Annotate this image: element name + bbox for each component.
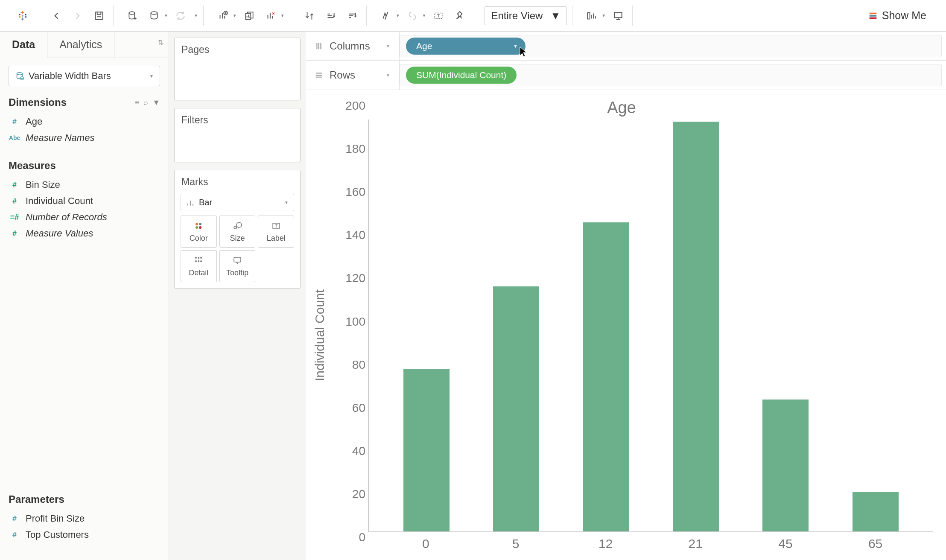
main-toolbar: ▼ ▼ ▼ ▼ ▼ ▼ T Entire View — [0, 0, 946, 32]
columns-icon — [314, 41, 324, 51]
pin-icon[interactable] — [451, 7, 469, 25]
dimension-field[interactable]: Abc Measure Names — [0, 130, 169, 146]
bar[interactable] — [762, 400, 809, 531]
parameters-header: Parameters — [9, 493, 160, 505]
x-tick: 12 — [583, 537, 629, 551]
filters-card[interactable]: Filters — [174, 108, 301, 162]
tab-data[interactable]: Data — [0, 32, 47, 58]
chevron-down-icon[interactable]: ▼ — [422, 13, 426, 18]
tooltip-icon — [232, 255, 242, 266]
svg-rect-0 — [95, 12, 102, 19]
mark-label-button[interactable]: T Label — [258, 216, 294, 248]
abc-icon: Abc — [9, 134, 20, 141]
new-datasource-icon[interactable] — [124, 7, 142, 25]
sort-asc-icon[interactable] — [322, 7, 340, 25]
list-view-icon[interactable]: ≡ — [135, 98, 140, 107]
clear-sheet-icon[interactable] — [262, 7, 280, 25]
y-tick: 140 — [332, 228, 365, 242]
chevron-down-icon[interactable]: ▼ — [233, 13, 237, 18]
chevron-down-icon[interactable]: ▼ — [601, 13, 606, 18]
rows-shelf-label: Rows — [330, 69, 355, 81]
mark-color-button[interactable]: Color — [181, 216, 217, 248]
chevron-down-icon[interactable]: ▼ — [280, 13, 285, 18]
detail-icon — [193, 255, 204, 266]
search-icon[interactable]: ⌕ — [143, 98, 148, 107]
duplicate-sheet-icon[interactable] — [240, 7, 258, 25]
marks-card-header: Marks — [175, 170, 300, 194]
pages-card-header: Pages — [175, 38, 300, 61]
rows-icon — [314, 70, 324, 80]
marks-card: Marks Bar ▼ Color Size — [174, 170, 301, 289]
mark-type-selector[interactable]: Bar ▼ — [181, 194, 294, 211]
columns-shelf[interactable]: Columns ▼ Age ▼ — [306, 32, 946, 61]
bar[interactable] — [853, 492, 899, 531]
mark-tooltip-button[interactable]: Tooltip — [219, 250, 256, 282]
measure-field[interactable]: =# Number of Records — [0, 209, 169, 225]
field-label: Measure Values — [26, 228, 93, 239]
chevron-down-icon[interactable]: ▼ — [194, 13, 198, 18]
x-tick: 21 — [672, 537, 718, 551]
tab-analytics[interactable]: Analytics — [47, 32, 114, 58]
x-tick: 5 — [493, 537, 539, 551]
refresh-icon[interactable] — [172, 7, 190, 25]
labels-icon[interactable]: T — [429, 7, 447, 25]
forward-icon[interactable] — [69, 7, 87, 25]
tableau-logo-icon[interactable] — [14, 7, 32, 25]
dimension-field[interactable]: # Age — [0, 114, 169, 130]
bar[interactable] — [403, 369, 450, 531]
group-icon[interactable] — [403, 7, 421, 25]
chevron-down-icon[interactable]: ▼ — [396, 13, 400, 18]
chart-title: Age — [310, 99, 933, 117]
svg-rect-9 — [870, 12, 877, 14]
svg-point-12 — [17, 73, 23, 75]
show-me-button[interactable]: Show Me — [862, 9, 932, 22]
bar[interactable] — [493, 286, 539, 531]
rows-pill[interactable]: SUM(Individual Count) — [406, 67, 517, 84]
data-sidebar: Data Analytics ⇅ Variable Width Bars ▼ D… — [0, 32, 169, 560]
chevron-down-icon[interactable]: ▼ — [152, 98, 160, 107]
svg-point-2 — [151, 12, 157, 15]
bar-icon — [186, 198, 195, 207]
mark-detail-button[interactable]: Detail — [181, 250, 217, 282]
sort-desc-icon[interactable] — [343, 7, 361, 25]
hash-icon: # — [9, 117, 20, 126]
pill-label: SUM(Individual Count) — [416, 70, 506, 80]
highlight-icon[interactable] — [377, 7, 395, 25]
presentation-icon[interactable] — [609, 7, 627, 25]
tab-sort-icon[interactable]: ⇅ — [153, 32, 169, 58]
bar[interactable] — [583, 222, 629, 531]
field-label: Measure Names — [26, 132, 94, 143]
swap-icon[interactable] — [301, 7, 318, 25]
chevron-down-icon[interactable]: ▼ — [385, 43, 391, 49]
pause-datasource-icon[interactable] — [145, 7, 163, 25]
parameter-field[interactable]: # Profit Bin Size — [0, 510, 169, 527]
columns-pill[interactable]: Age ▼ — [406, 38, 526, 55]
bar[interactable] — [673, 122, 719, 531]
chart-bars — [369, 120, 933, 531]
mark-size-button[interactable]: Size — [219, 216, 256, 248]
columns-shelf-label: Columns — [330, 40, 370, 52]
data-source-selector[interactable]: Variable Width Bars ▼ — [9, 66, 160, 86]
x-axis-ticks: 0512214565 — [368, 532, 933, 551]
measure-field[interactable]: # Measure Values — [0, 225, 169, 242]
label-icon: T — [271, 220, 281, 231]
measure-field[interactable]: # Individual Count — [0, 193, 169, 209]
chevron-down-icon[interactable]: ▼ — [164, 13, 168, 18]
chevron-down-icon: ▼ — [513, 44, 518, 49]
svg-point-18 — [234, 226, 236, 229]
rows-shelf[interactable]: Rows ▼ SUM(Individual Count) — [306, 61, 946, 90]
y-tick: 200 — [332, 99, 365, 113]
save-icon[interactable] — [90, 7, 108, 25]
pages-card[interactable]: Pages — [174, 38, 301, 100]
svg-point-19 — [236, 222, 242, 228]
chevron-down-icon: ▼ — [149, 74, 154, 79]
new-worksheet-icon[interactable] — [214, 7, 232, 25]
fit-selector[interactable]: Entire View ▼ — [485, 6, 567, 25]
chevron-down-icon[interactable]: ▼ — [385, 72, 391, 78]
back-icon[interactable] — [47, 7, 65, 25]
show-cards-icon[interactable] — [583, 7, 601, 25]
parameter-field[interactable]: # Top Customers — [0, 527, 169, 543]
field-label: Top Customers — [26, 529, 89, 540]
chevron-down-icon: ▼ — [550, 10, 561, 22]
measure-field[interactable]: # Bin Size — [0, 177, 169, 193]
